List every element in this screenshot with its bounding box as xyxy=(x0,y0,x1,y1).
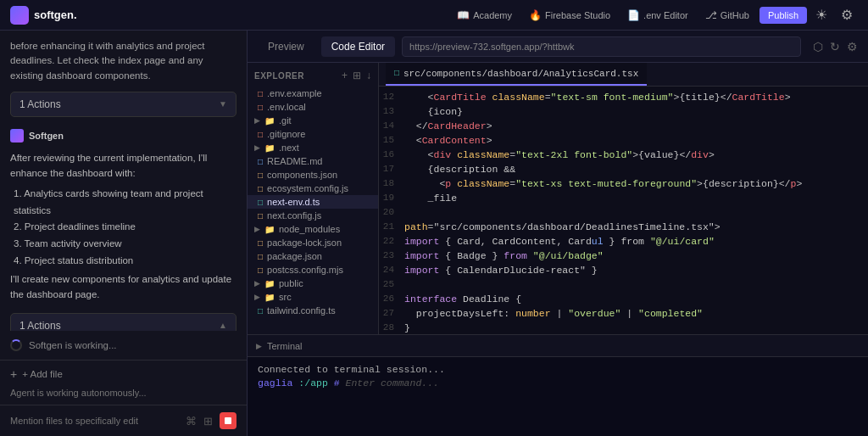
agent-logo-icon xyxy=(10,129,24,143)
file-item-components-json[interactable]: □ components.json xyxy=(248,168,378,182)
list-item: 3. Team activity overview xyxy=(14,236,236,253)
mention-input[interactable] xyxy=(10,416,179,426)
actions-dropdown[interactable]: 1 Actions ▼ xyxy=(10,92,236,117)
external-link-icon[interactable]: ⬡ xyxy=(813,40,823,53)
file-type-icon: □ xyxy=(258,252,263,261)
terminal-symbol: # xyxy=(334,377,346,388)
agent-list: 1. Analytics cards showing team and proj… xyxy=(14,186,236,269)
settings-icon[interactable]: ⚙ xyxy=(836,7,858,23)
terminal-header[interactable]: ▶ Terminal xyxy=(248,335,868,357)
theme-icon[interactable]: ☀ xyxy=(810,7,832,23)
file-item-next-env[interactable]: □ next-env.d.ts xyxy=(248,195,378,209)
code-line: 13 {icon} xyxy=(379,104,868,119)
file-name: README.md xyxy=(267,156,322,166)
tab-preview[interactable]: Preview xyxy=(258,36,314,57)
working-text: Softgen is working... xyxy=(29,340,117,350)
logo[interactable]: softgen. xyxy=(10,6,77,25)
file-name: next-env.d.ts xyxy=(267,197,320,207)
code-line: 25 xyxy=(379,277,868,292)
chevron-right-icon: ▶ xyxy=(256,342,262,350)
right-panel: Preview Code Editor https://preview-732.… xyxy=(248,31,868,436)
left-panel: before enhancing it with analytics and p… xyxy=(0,31,248,436)
chevron-up-icon: ▲ xyxy=(219,321,227,330)
plus-icon: + xyxy=(10,367,17,381)
file-name: postcss.config.mjs xyxy=(267,265,343,275)
folder-name: .next xyxy=(279,143,299,153)
file-item-readme[interactable]: □ README.md xyxy=(248,154,378,168)
code-line: 12 <CardTitle className="text-sm font-me… xyxy=(379,90,868,104)
terminal-title: Terminal xyxy=(267,341,303,351)
chevron-right-icon: ▶ xyxy=(254,143,260,152)
file-item-next-config[interactable]: □ next.config.js xyxy=(248,209,378,222)
settings-icon[interactable]: ⚙ xyxy=(847,40,858,53)
file-item-tailwind[interactable]: □ tailwind.config.ts xyxy=(248,304,378,317)
code-editor[interactable]: □ src/components/dashboard/AnalyticsCard… xyxy=(379,63,868,334)
chevron-right-icon: ▶ xyxy=(254,293,260,301)
code-line: 15 <CardContent> xyxy=(379,133,868,148)
file-item-postcss[interactable]: □ postcss.config.mjs xyxy=(248,263,378,277)
file-type-icon: □ xyxy=(258,184,263,193)
folder-item-next[interactable]: ▶ 📁 .next xyxy=(248,141,378,154)
folder-icon: 📁 xyxy=(264,293,275,302)
editor-area: EXPLORER + ⊞ ↓ □ .env.example □ .env.loc… xyxy=(248,63,868,334)
file-item-ecosystem[interactable]: □ ecosystem.config.js xyxy=(248,182,378,195)
left-panel-content: before enhancing it with analytics and p… xyxy=(0,31,247,331)
code-content: 12 <CardTitle className="text-sm font-me… xyxy=(379,87,868,334)
topnav-item-env[interactable]: 📄 .env Editor xyxy=(620,6,695,25)
code-line: 14 </CardHeader> xyxy=(379,119,868,133)
file-type-icon: □ xyxy=(258,130,263,139)
file-type-icon: □ xyxy=(258,306,263,316)
terminal-line: gaglia :/app # Enter command... xyxy=(258,377,858,388)
file-name: .env.example xyxy=(267,88,322,98)
url-bar: https://preview-732.softgen.app/?httbwk xyxy=(402,36,801,57)
file-name: package.json xyxy=(267,251,322,261)
refresh-explorer-icon[interactable]: ↓ xyxy=(366,70,371,81)
book-icon: 📖 xyxy=(457,9,470,21)
main-layout: before enhancing it with analytics and p… xyxy=(0,31,868,436)
chevron-right-icon: ▶ xyxy=(254,116,260,125)
agent-working-text: Agent is working autonomously... xyxy=(0,388,247,405)
folder-item-node-modules[interactable]: ▶ 📁 node_modules xyxy=(248,222,378,236)
topnav-item-firebase[interactable]: 🔥 Firebase Studio xyxy=(522,6,617,25)
stop-icon xyxy=(225,417,231,424)
file-item-env-local[interactable]: □ .env.local xyxy=(248,100,378,114)
folder-item-src[interactable]: ▶ 📁 src xyxy=(248,290,378,304)
topnav-item-academy[interactable]: 📖 Academy xyxy=(450,6,519,25)
list-item: 2. Project deadlines timeline xyxy=(14,219,236,236)
folder-item-public[interactable]: ▶ 📁 public xyxy=(248,277,378,290)
stop-button[interactable] xyxy=(220,412,236,429)
agent-response-intro: After reviewing the current implementati… xyxy=(10,151,236,182)
code-icon[interactable]: ⌘ xyxy=(186,415,197,428)
left-panel-bottom: ⌘ ⊞ xyxy=(0,405,247,436)
terminal-user: gaglia xyxy=(258,377,292,388)
add-file-row[interactable]: + + Add file xyxy=(0,360,247,388)
folder-name: node_modules xyxy=(279,224,340,234)
folder-item-git[interactable]: ▶ 📁 .git xyxy=(248,114,378,127)
code-line: 26 interface Deadline { xyxy=(379,292,868,306)
file-type-icon: □ xyxy=(258,89,263,98)
publish-button[interactable]: Publish xyxy=(760,7,807,24)
refresh-icon[interactable]: ↻ xyxy=(830,40,840,53)
file-item-package-lock[interactable]: □ package-lock.json xyxy=(248,236,378,249)
terminal-path: :/app xyxy=(298,377,328,388)
file-item-env-example[interactable]: □ .env.example xyxy=(248,87,378,100)
git-icon: ⎇ xyxy=(705,9,717,21)
new-file-icon[interactable]: + xyxy=(342,70,348,81)
attach-icon[interactable]: ⊞ xyxy=(203,415,213,428)
file-tab-analytics[interactable]: □ src/components/dashboard/AnalyticsCard… xyxy=(386,63,647,86)
topnav-items: 📖 Academy 🔥 Firebase Studio 📄 .env Edito… xyxy=(450,6,858,25)
file-item-gitignore[interactable]: □ .gitignore xyxy=(248,127,378,141)
flame-icon: 🔥 xyxy=(529,9,542,21)
actions-section-header[interactable]: 1 Actions ▲ xyxy=(10,313,236,331)
terminal-cursor: Enter command... xyxy=(346,377,439,388)
add-file-label: + Add file xyxy=(22,369,63,379)
explorer-title: EXPLORER xyxy=(254,71,304,81)
new-folder-icon[interactable]: ⊞ xyxy=(353,70,361,81)
editor-topbar-actions: ⬡ ↻ ⚙ xyxy=(813,40,858,53)
tab-code-editor[interactable]: Code Editor xyxy=(321,36,395,57)
code-line: 17 {description && xyxy=(379,162,868,176)
chevron-right-icon: ▶ xyxy=(254,279,260,288)
file-item-package-json[interactable]: □ package.json xyxy=(248,249,378,263)
topnav-item-github[interactable]: ⎇ GitHub xyxy=(698,6,756,25)
code-line: 24 import { CalendarDlucide-react" } xyxy=(379,263,868,277)
